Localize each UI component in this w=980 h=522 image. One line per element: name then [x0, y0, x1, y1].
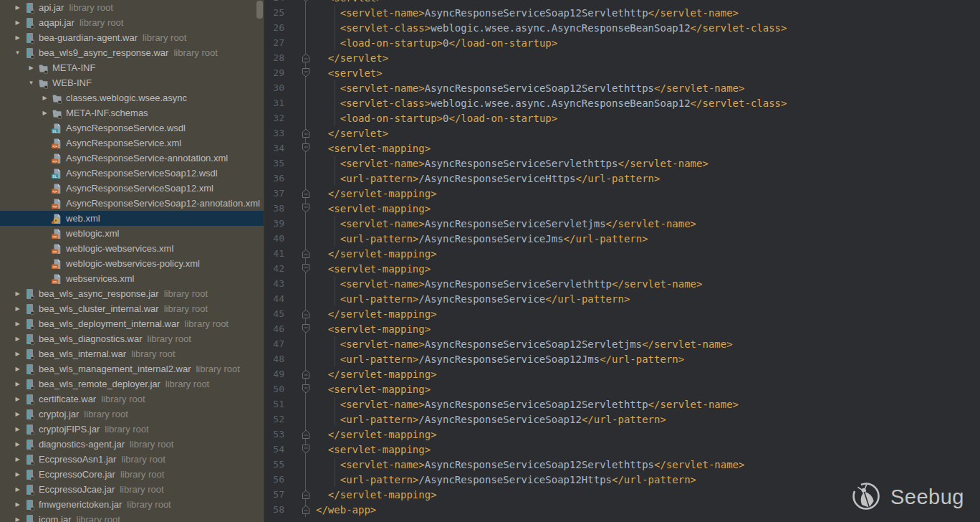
- tree-item[interactable]: ▶ bea_wls_internal.war library root: [0, 346, 264, 361]
- code-line[interactable]: 40 <url-pattern>/AsyncResponseServiceJms…: [264, 231, 980, 246]
- fold-start-marker[interactable]: [302, 263, 310, 274]
- fold-end-marker[interactable]: [302, 504, 310, 515]
- tree-item[interactable]: ▶ fmwgenerictoken.jar library root: [0, 497, 264, 512]
- expand-arrow-icon[interactable]: ▶: [11, 301, 24, 316]
- code-line[interactable]: 47 <servlet-name>AsyncResponseServiceSoa…: [264, 336, 980, 351]
- code-line[interactable]: 43 <servlet-name>AsyncResponseServiceSer…: [264, 276, 980, 291]
- tree-item[interactable]: ▶ META-INF.schemas: [0, 105, 264, 120]
- code-line[interactable]: 44 <url-pattern>/AsyncResponseService</u…: [264, 291, 980, 306]
- fold-end-marker[interactable]: [302, 369, 310, 379]
- fold-end-marker[interactable]: [302, 489, 310, 500]
- fold-start-marker[interactable]: [302, 384, 310, 394]
- tree-item[interactable]: ▶ bea_wls_diagnostics.war library root: [0, 331, 264, 346]
- tree-item[interactable]: ▶ cryptoj.jar library root: [0, 407, 264, 422]
- code-line[interactable]: 28 </servlet>: [264, 50, 980, 65]
- code-editor[interactable]: 24 <servlet> 25 <servlet-name>AsyncRespo…: [264, 0, 980, 522]
- fold-start-marker[interactable]: [302, 143, 310, 153]
- tree-item[interactable]: DL AsyncResponseServiceSoap12.wsdl: [0, 166, 264, 181]
- tree-scrollbar-thumb[interactable]: [256, 1, 263, 19]
- code-line[interactable]: 34 <servlet-mapping>: [264, 141, 980, 156]
- expand-arrow-icon[interactable]: ▶: [11, 407, 24, 422]
- expand-arrow-icon[interactable]: ▶: [25, 60, 37, 75]
- tree-item[interactable]: ▶ EccpressoJcae.jar library root: [0, 482, 264, 497]
- tree-item[interactable]: <> webservices.xml: [0, 271, 264, 286]
- fold-end-marker[interactable]: [302, 52, 310, 63]
- code-line[interactable]: 27 <load-on-startup>0</load-on-startup>: [264, 35, 980, 50]
- expand-arrow-icon[interactable]: ▶: [11, 30, 24, 45]
- tree-item[interactable]: ▶ bea_wls_remote_deployer.jar library ro…: [0, 376, 264, 392]
- expand-arrow-icon[interactable]: ▶: [11, 0, 24, 15]
- expand-arrow-icon[interactable]: ▶: [39, 105, 51, 120]
- tree-item[interactable]: ▶ classes.weblogic.wsee.async: [0, 90, 264, 105]
- code-line[interactable]: 50 <servlet-mapping>: [264, 381, 980, 397]
- expand-arrow-icon[interactable]: ▶: [11, 497, 24, 512]
- expand-arrow-icon[interactable]: ▼: [25, 75, 37, 90]
- tree-item[interactable]: ▶ api.jar library root: [0, 0, 264, 15]
- fold-start-marker[interactable]: [302, 203, 310, 214]
- code-line[interactable]: 54 <servlet-mapping>: [264, 442, 980, 457]
- code-line[interactable]: 48 <url-pattern>/AsyncResponseServiceSoa…: [264, 351, 980, 366]
- tree-item[interactable]: ▼ WEB-INF: [0, 75, 264, 90]
- tree-item-selected[interactable]: web.xml: [0, 211, 264, 226]
- code-line[interactable]: 38 <servlet-mapping>: [264, 201, 980, 216]
- tree-item[interactable]: DL AsyncResponseService.wsdl: [0, 120, 264, 136]
- code-line[interactable]: 36 <url-pattern>/AsyncResponseServiceHtt…: [264, 171, 980, 186]
- tree-item[interactable]: <> weblogic-webservices-policy.xml: [0, 256, 264, 271]
- expand-arrow-icon[interactable]: ▶: [11, 346, 24, 361]
- tree-item[interactable]: ▶ EccpressoAsn1.jar library root: [0, 452, 264, 467]
- code-line[interactable]: 31 <servlet-class>weblogic.wsee.async.As…: [264, 95, 980, 110]
- tree-item[interactable]: ▶ bea_wls_management_internal2.war libra…: [0, 361, 264, 376]
- code-line[interactable]: 32 <load-on-startup>0</load-on-startup>: [264, 110, 980, 125]
- code-line[interactable]: 37 </servlet-mapping>: [264, 186, 980, 201]
- code-line[interactable]: 25 <servlet-name>AsyncResponseServiceSoa…: [264, 5, 980, 20]
- expand-arrow-icon[interactable]: ▶: [11, 286, 24, 301]
- expand-arrow-icon[interactable]: ▶: [39, 90, 51, 105]
- tree-item[interactable]: ▶ icom.jar library root: [0, 512, 264, 522]
- expand-arrow-icon[interactable]: ▶: [11, 361, 24, 376]
- tree-item[interactable]: <> weblogic.xml: [0, 226, 264, 241]
- code-line[interactable]: 51 <servlet-name>AsyncResponseServiceSoa…: [264, 397, 980, 412]
- code-line[interactable]: 24 <servlet>: [264, 0, 980, 5]
- expand-arrow-icon[interactable]: ▶: [11, 392, 24, 407]
- expand-arrow-icon[interactable]: ▶: [11, 15, 24, 30]
- expand-arrow-icon[interactable]: ▶: [11, 331, 24, 346]
- tree-item[interactable]: ▶ bea_wls_deployment_internal.war librar…: [0, 316, 264, 331]
- tree-item[interactable]: <> AsyncResponseServiceSoap12.xml: [0, 181, 264, 196]
- expand-arrow-icon[interactable]: ▶: [11, 482, 24, 497]
- code-line[interactable]: 33 </servlet>: [264, 125, 980, 141]
- tree-item[interactable]: <> weblogic-webservices.xml: [0, 241, 264, 256]
- expand-arrow-icon[interactable]: ▶: [11, 467, 24, 482]
- code-line[interactable]: 41 </servlet-mapping>: [264, 246, 980, 261]
- expand-arrow-icon[interactable]: ▶: [11, 422, 24, 437]
- tree-item[interactable]: ▶ diagnostics-agent.jar library root: [0, 437, 264, 452]
- fold-end-marker[interactable]: [302, 248, 310, 259]
- tree-item[interactable]: ▶ META-INF: [0, 60, 264, 75]
- code-line[interactable]: 30 <servlet-name>AsyncResponseServiceSoa…: [264, 80, 980, 95]
- tree-item[interactable]: <> AsyncResponseServiceSoap12-annotation…: [0, 196, 264, 211]
- fold-start-marker[interactable]: [302, 444, 310, 455]
- code-line[interactable]: 35 <servlet-name>AsyncResponseServiceSer…: [264, 156, 980, 171]
- code-line[interactable]: 39 <servlet-name>AsyncResponseServiceSer…: [264, 216, 980, 231]
- expand-arrow-icon[interactable]: ▶: [11, 316, 24, 331]
- code-line[interactable]: 52 <url-pattern>/AsyncResponseServiceSoa…: [264, 412, 980, 427]
- code-line[interactable]: 29 <servlet>: [264, 65, 980, 80]
- tree-item[interactable]: ▶ cryptojFIPS.jar library root: [0, 422, 264, 437]
- fold-end-marker[interactable]: [302, 308, 310, 319]
- tree-item[interactable]: ▶ certificate.war library root: [0, 392, 264, 407]
- code-line[interactable]: 49 </servlet-mapping>: [264, 366, 980, 381]
- tree-item[interactable]: ▶ EccpressoCore.jar library root: [0, 467, 264, 482]
- fold-start-marker[interactable]: [302, 323, 310, 334]
- tree-item[interactable]: <> AsyncResponseService.xml: [0, 136, 264, 151]
- expand-arrow-icon[interactable]: ▶: [11, 437, 24, 452]
- tree-item[interactable]: ▼ bea_wls9_async_response.war library ro…: [0, 45, 264, 60]
- fold-start-marker[interactable]: [302, 0, 310, 3]
- code-line[interactable]: 53 </servlet-mapping>: [264, 427, 980, 442]
- tree-item[interactable]: ▶ bea-guardian-agent.war library root: [0, 30, 264, 45]
- tree-item[interactable]: <> AsyncResponseService-annotation.xml: [0, 151, 264, 166]
- expand-arrow-icon[interactable]: ▶: [11, 452, 24, 467]
- fold-end-marker[interactable]: [302, 188, 310, 199]
- tree-item[interactable]: ▶ bea_wls_async_response.jar library roo…: [0, 286, 264, 301]
- fold-start-marker[interactable]: [302, 67, 310, 78]
- expand-arrow-icon[interactable]: ▶: [11, 512, 24, 522]
- code-line[interactable]: 55 <servlet-name>AsyncResponseServiceSoa…: [264, 457, 980, 472]
